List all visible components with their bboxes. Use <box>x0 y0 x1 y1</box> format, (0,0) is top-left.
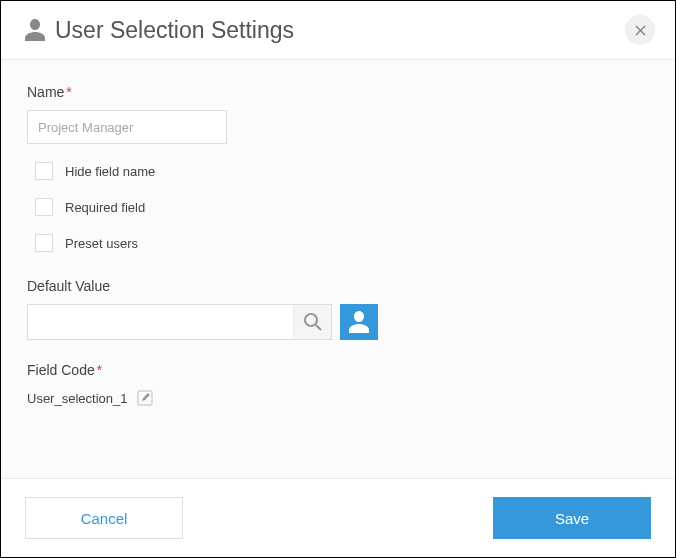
field-code-value: User_selection_1 <box>27 391 127 406</box>
field-code-label: Field Code* <box>27 362 649 378</box>
close-icon <box>635 25 646 36</box>
required-star: * <box>97 362 102 378</box>
modal-footer: Cancel Save <box>1 478 675 557</box>
hide-field-label: Hide field name <box>65 164 155 179</box>
hide-field-row: Hide field name <box>27 162 649 180</box>
save-button[interactable]: Save <box>493 497 651 539</box>
field-code-group: Field Code* User_selection_1 <box>27 362 649 408</box>
preset-users-row: Preset users <box>27 234 649 252</box>
select-user-button[interactable] <box>340 304 378 340</box>
user-select-icon <box>349 311 369 333</box>
name-label: Name* <box>27 84 649 100</box>
modal-title: User Selection Settings <box>55 17 294 44</box>
modal-title-wrap: User Selection Settings <box>25 17 625 44</box>
search-button[interactable] <box>293 305 331 339</box>
default-value-input[interactable] <box>28 305 293 339</box>
hide-field-checkbox[interactable] <box>35 162 53 180</box>
user-icon <box>25 19 45 41</box>
default-value-input-wrap <box>27 304 332 340</box>
svg-point-0 <box>305 314 317 326</box>
cancel-button[interactable]: Cancel <box>25 497 183 539</box>
modal-header: User Selection Settings <box>1 1 675 60</box>
required-field-row: Required field <box>27 198 649 216</box>
search-icon <box>303 312 323 332</box>
required-field-label: Required field <box>65 200 145 215</box>
default-value-label: Default Value <box>27 278 649 294</box>
close-button[interactable] <box>625 15 655 45</box>
modal-body: Name* Hide field name Required field Pre… <box>1 60 675 478</box>
preset-users-checkbox[interactable] <box>35 234 53 252</box>
preset-users-label: Preset users <box>65 236 138 251</box>
edit-field-code-button[interactable] <box>135 388 155 408</box>
required-star: * <box>66 84 71 100</box>
svg-line-1 <box>316 325 321 330</box>
pencil-icon <box>137 390 153 406</box>
name-field-group: Name* <box>27 84 649 144</box>
field-code-value-row: User_selection_1 <box>27 388 649 408</box>
default-value-row <box>27 304 649 340</box>
default-value-group: Default Value <box>27 278 649 340</box>
required-field-checkbox[interactable] <box>35 198 53 216</box>
user-selection-settings-modal: User Selection Settings Name* Hide field… <box>0 0 676 558</box>
name-input[interactable] <box>27 110 227 144</box>
